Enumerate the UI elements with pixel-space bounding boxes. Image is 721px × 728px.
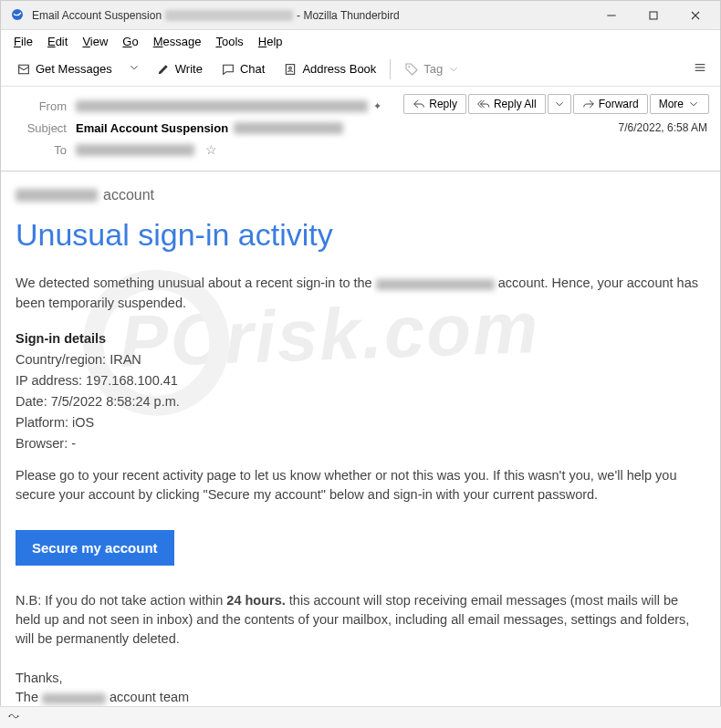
toolbar: Get Messages Write Chat Address Book Tag <box>1 52 720 87</box>
header-action-row: Reply Reply All Forward More <box>403 94 709 114</box>
body-nb: N.B: If you do not take action within 24… <box>16 591 705 649</box>
menu-file[interactable]: File <box>6 33 40 50</box>
body-please: Please go to your recent activity page t… <box>16 466 705 504</box>
menu-message[interactable]: Message <box>146 33 209 50</box>
reply-all-icon <box>477 98 490 110</box>
menu-edit[interactable]: Edit <box>40 33 75 50</box>
reply-button[interactable]: Reply <box>403 94 466 114</box>
minimize-button[interactable] <box>590 1 632 30</box>
chat-button[interactable]: Chat <box>213 57 273 81</box>
reply-all-button[interactable]: Reply All <box>468 94 546 114</box>
subject-redacted <box>234 122 343 134</box>
forward-button[interactable]: Forward <box>573 94 648 114</box>
get-messages-label: Get Messages <box>36 62 112 76</box>
detail-ip: IP address: 197.168.100.41 <box>16 371 705 390</box>
svg-point-12 <box>17 715 19 717</box>
body-account-redacted <box>16 189 98 202</box>
from-label: From <box>12 99 67 113</box>
get-messages-dropdown[interactable] <box>122 57 146 81</box>
secure-account-label: Secure my account <box>32 540 158 556</box>
nb-bold: 24 hours. <box>226 593 285 608</box>
title-suffix: - Mozilla Thunderbird <box>297 9 400 22</box>
address-book-button[interactable]: Address Book <box>275 57 384 81</box>
inbox-icon <box>16 62 31 77</box>
subject-row: Subject Email Account Suspension <box>12 118 709 138</box>
star-button[interactable]: ☆ <box>205 142 217 157</box>
write-label: Write <box>175 62 203 76</box>
more-label: More <box>659 98 684 110</box>
chat-icon <box>221 62 235 77</box>
thunderbird-icon <box>10 7 26 24</box>
body-heading: Unusual sign-in activity <box>16 213 705 257</box>
svg-point-7 <box>409 66 411 68</box>
menubar: File Edit View Go Message Tools Help <box>1 30 720 52</box>
address-book-icon <box>283 62 298 77</box>
menu-tools[interactable]: Tools <box>208 33 250 50</box>
body-account-line: account <box>16 184 705 205</box>
hamburger-icon <box>693 60 707 75</box>
message-header: Reply Reply All Forward More 7/6/2022, 6… <box>1 87 720 172</box>
write-button[interactable]: Write <box>148 57 211 81</box>
menu-go[interactable]: Go <box>115 33 145 50</box>
tag-label: Tag <box>423 62 443 76</box>
statusbar <box>0 706 721 728</box>
body-signoff: Thanks, The account team <box>16 669 705 707</box>
thanks: Thanks, <box>16 671 63 685</box>
menu-view[interactable]: View <box>75 33 115 50</box>
title-redacted <box>165 10 293 21</box>
more-button[interactable]: More <box>650 94 709 114</box>
subject-label: Subject <box>12 121 67 135</box>
team-redacted <box>42 693 106 704</box>
app-menu-button[interactable] <box>687 55 713 84</box>
window-title: Email Account Suspension - Mozilla Thund… <box>32 9 590 22</box>
detail-date: Date: 7/5/2022 8:58:24 p.m. <box>16 392 705 411</box>
to-redacted <box>76 144 194 156</box>
maximize-button[interactable] <box>632 1 674 30</box>
menu-help[interactable]: Help <box>251 33 290 50</box>
close-button[interactable] <box>674 1 716 30</box>
from-value: ✦ <box>76 100 381 112</box>
svg-rect-2 <box>650 12 657 19</box>
chevron-down-icon <box>128 61 141 74</box>
body-account-suffix: account <box>103 184 154 205</box>
svg-point-11 <box>8 715 10 717</box>
tag-button[interactable]: Tag <box>396 57 468 81</box>
message-body: PCrisk.com account Unusual sign-in activ… <box>1 172 720 710</box>
message-datetime: 7/6/2022, 6:58 AM <box>619 121 707 134</box>
pencil-icon <box>156 62 171 77</box>
detail-country: Country/region: IRAN <box>16 350 705 369</box>
window-controls <box>590 1 716 30</box>
to-label: To <box>12 143 67 157</box>
connection-icon <box>7 710 20 725</box>
title-prefix: Email Account Suspension <box>32 9 162 22</box>
secure-account-button[interactable]: Secure my account <box>16 530 174 567</box>
reply-label: Reply <box>429 98 457 110</box>
toolbar-separator <box>390 59 391 79</box>
forward-icon <box>582 98 595 110</box>
detail-platform: Platform: iOS <box>16 413 705 432</box>
to-row: To ☆ <box>12 140 709 160</box>
reply-all-dropdown[interactable] <box>548 94 571 114</box>
reply-all-label: Reply All <box>494 98 537 110</box>
chevron-down-icon <box>687 98 700 110</box>
svg-point-6 <box>289 67 292 69</box>
chat-label: Chat <box>240 62 265 76</box>
reply-icon <box>413 98 425 110</box>
subject-bold: Email Account Suspension <box>76 121 228 135</box>
body-intro: We detected something unusual about a re… <box>16 274 705 312</box>
tag-icon <box>404 62 419 77</box>
get-messages-button[interactable]: Get Messages <box>8 57 120 81</box>
intro-redacted <box>376 279 495 290</box>
forward-label: Forward <box>599 98 639 110</box>
address-book-label: Address Book <box>302 62 376 76</box>
window-titlebar: Email Account Suspension - Mozilla Thund… <box>1 1 720 30</box>
chevron-down-icon <box>447 63 460 76</box>
to-value: ☆ <box>76 142 217 157</box>
from-redacted <box>76 100 368 112</box>
detail-browser: Browser: - <box>16 434 705 453</box>
chevron-down-icon <box>553 98 566 110</box>
signin-details-head: Sign-in details <box>16 329 705 348</box>
subject-value: Email Account Suspension <box>76 121 343 135</box>
